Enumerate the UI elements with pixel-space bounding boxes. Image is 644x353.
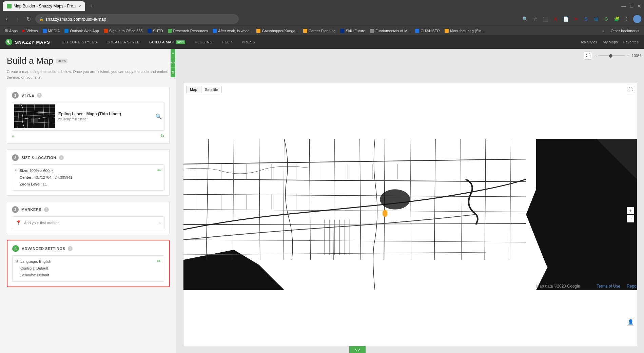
tab-close-button[interactable]: ✕ [78, 4, 81, 8]
office-label: Sign in to Office 365 [109, 29, 143, 33]
style-refresh-button[interactable]: ↻ [160, 133, 164, 139]
language-label: Language: [20, 259, 38, 263]
sheets-icon[interactable]: S [582, 15, 590, 23]
bookmark-videos[interactable]: ▶ Videos [20, 27, 40, 34]
size-location-edit-button[interactable]: ✏ [157, 168, 161, 173]
advanced-edit-button[interactable]: ✏ [157, 258, 161, 264]
google-icon[interactable]: G [603, 15, 610, 23]
bookmark-afterwork[interactable]: After work, is what... [211, 28, 254, 34]
advanced-settings-row: ⚙ Language: English Controls: Default Be… [15, 258, 161, 278]
map-type-map-button[interactable]: Map [186, 86, 201, 93]
browser-tab-active[interactable]: Map Builder - Snazzy Maps - Fre... ✕ [3, 1, 85, 11]
favorites-link[interactable]: Favorites [623, 40, 639, 44]
other-bookmarks-label: Other bookmarks [611, 29, 639, 33]
nav-build[interactable]: BUILD A MAP NEW [144, 35, 190, 49]
ch-label: CH341SER [421, 29, 440, 33]
style-info: Epilog Laser - Maps (Thin Lines) by Benj… [58, 112, 152, 121]
url-text: snazzysmaps.com/build-a-map [45, 17, 106, 22]
nav-explore[interactable]: EXPLORE STYLES [57, 35, 102, 49]
map-zoom-out-button[interactable]: − [627, 215, 634, 222]
new-tab-button[interactable]: + [88, 3, 96, 10]
nav-plugins[interactable]: PLUGINS [190, 35, 217, 49]
my-styles-link[interactable]: My Styles [581, 40, 597, 44]
size-location-header: 2 SIZE & LOCATION ? [12, 154, 164, 161]
snazzy-sidebar: ≡ </> ⚙ [171, 49, 175, 77]
afterwork-favicon [213, 29, 217, 33]
outlook-label: Outlook Web App [70, 29, 99, 33]
markers-help-icon[interactable]: ? [44, 207, 49, 212]
close-button[interactable]: ✕ [637, 3, 641, 9]
reload-button[interactable]: ↻ [24, 15, 33, 23]
bookmark-star-icon[interactable]: ☆ [531, 15, 539, 23]
style-author: by Benjamin Sieber [58, 117, 152, 121]
sutd-label: SUTD [153, 29, 163, 33]
bookmark-office365[interactable]: Sign in to Office 365 [102, 28, 145, 34]
style-edit-link[interactable]: ✏ [12, 134, 15, 138]
size-location-number: 2 [12, 154, 19, 161]
bookmarks-overflow-button[interactable]: » [601, 28, 607, 34]
nav-create[interactable]: CREATE A STYLE [102, 35, 144, 49]
map-zoom-controls: + − [627, 207, 634, 222]
advanced-settings-section: 4 ADVANCED SETTINGS ? ⚙ Language: Englis… [7, 240, 170, 287]
apps-icon: ⊞ [5, 28, 8, 33]
zoom-value: 11 [43, 182, 47, 186]
other-bookmarks[interactable]: Other bookmarks [609, 28, 641, 34]
style-thumbnail-svg [14, 104, 55, 128]
size-location-title: SIZE & LOCATION [21, 156, 56, 160]
bookmark-apps[interactable]: ⊞ Apps [3, 27, 20, 34]
add-marker-button[interactable]: 📍 Add your first marker › [12, 216, 164, 229]
advanced-help-icon[interactable]: ? [68, 246, 73, 251]
fullscreen-button[interactable]: ⛶ [584, 52, 592, 60]
extensions-icon[interactable]: ⬛ [542, 15, 549, 23]
zoom-row: Zoom Level: 11 [20, 181, 72, 188]
minimize-button[interactable]: — [622, 3, 626, 9]
nav-press[interactable]: PRESS [237, 35, 260, 49]
bookmark-career[interactable]: Career Planning [301, 28, 338, 34]
bookmark-skillsfuture[interactable]: SkillsFuture [338, 28, 367, 34]
profile-avatar[interactable] [633, 15, 641, 23]
search-icon[interactable]: 🔍 [521, 15, 529, 23]
street-view-button[interactable]: 👤 [627, 318, 634, 326]
back-button[interactable]: ‹ [3, 15, 11, 23]
zoom-track[interactable] [598, 55, 625, 56]
sidebar-settings-icon[interactable]: ⚙ [171, 68, 175, 77]
browser-toolbar-icons: 🔍 ☆ ⬛ A 📄 ✕ S ⊞ G 🧩 ⋮ [521, 15, 641, 23]
markers-section: 3 MARKERS ? 📍 Add your first marker › [7, 201, 170, 234]
bookmark-sutd[interactable]: SUTD [145, 28, 165, 34]
sidebar-code-icon[interactable]: </> [171, 58, 175, 68]
more-icon[interactable]: ⋮ [623, 15, 630, 23]
size-location-help-icon[interactable]: ? [59, 155, 64, 160]
bookmark-research[interactable]: Research Resources [166, 28, 210, 34]
svg-rect-12 [31, 118, 38, 122]
bookmark-fundamentals[interactable]: Fundamentals of M... [368, 28, 412, 34]
zoom-slider[interactable]: − + [595, 54, 629, 58]
bookmark-manufacturing[interactable]: Manufacturing (Sin... [443, 28, 487, 34]
sidebar-layers-icon[interactable]: ≡ [171, 49, 175, 58]
window-controls: — □ ✕ [622, 3, 641, 9]
puzzle-icon[interactable]: 🧩 [613, 15, 620, 23]
app-logo-text: SNAZZY MAPS [15, 40, 50, 45]
nav-help[interactable]: HELP [217, 35, 237, 49]
extension2-icon[interactable]: ✕ [572, 15, 580, 23]
bookmark-media[interactable]: MEDIA [41, 28, 62, 34]
outlook-favicon [64, 29, 69, 33]
bookmark-ch341ser[interactable]: CH341SER [413, 28, 442, 34]
map-type-satellite-button[interactable]: Satellite [201, 86, 222, 93]
style-help-icon[interactable]: ? [37, 93, 42, 98]
bookmark-grasshopper[interactable]: Grasshopper/Kanga... [254, 28, 300, 34]
controls-row: Controls: Default [20, 265, 51, 272]
foxit-icon[interactable]: 📄 [562, 15, 569, 23]
map-fullscreen-button[interactable]: ⛶ [627, 86, 634, 93]
embed-code-button[interactable]: < > [349, 346, 366, 353]
page-title-area: Build a Map BETA [7, 56, 170, 66]
my-maps-link[interactable]: My Maps [603, 40, 618, 44]
map-zoom-in-button[interactable]: + [627, 207, 634, 214]
address-bar[interactable]: 🔒 snazzysmaps.com/build-a-map [35, 14, 239, 24]
maximize-button[interactable]: □ [630, 3, 633, 9]
acrobat-icon[interactable]: A [552, 15, 559, 23]
bookmark-outlook[interactable]: Outlook Web App [62, 28, 101, 34]
forward-button[interactable]: › [14, 15, 22, 23]
windows-icon[interactable]: ⊞ [592, 15, 600, 23]
style-search-button[interactable]: 🔍 [155, 113, 162, 120]
svg-rect-11 [38, 111, 43, 114]
